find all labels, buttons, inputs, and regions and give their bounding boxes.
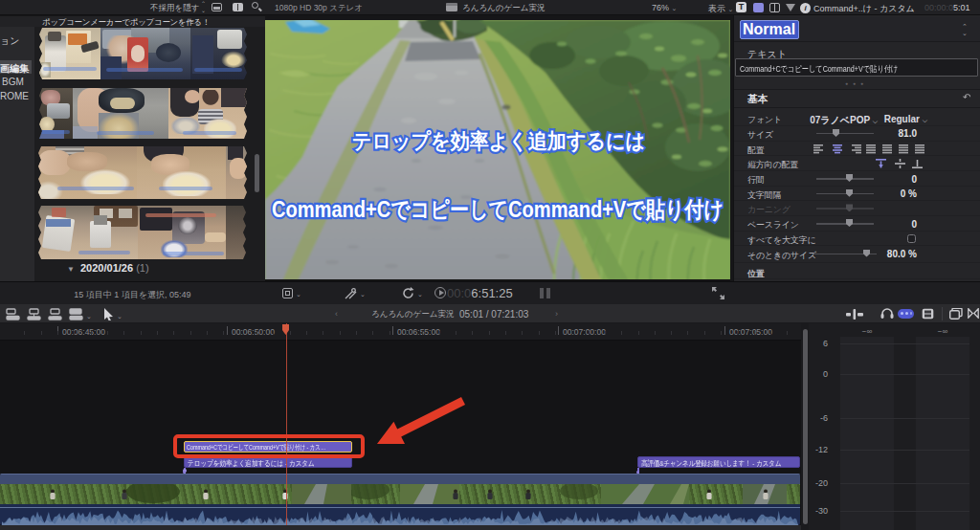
- svg-text:テロップを効率よく追加するには: テロップを効率よく追加するには: [352, 129, 645, 153]
- svg-text:Command+CでコピーしてCommand+Vで貼り付け: Command+CでコピーしてCommand+Vで貼り付け: [272, 197, 724, 222]
